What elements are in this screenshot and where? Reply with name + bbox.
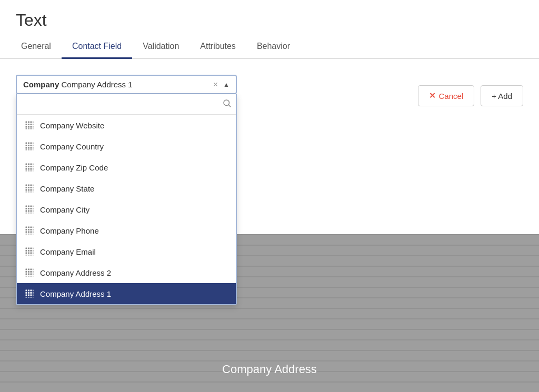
svg-rect-46	[26, 170, 27, 172]
add-button[interactable]: + Add	[481, 85, 523, 106]
tab-contact-field[interactable]: Contact Field	[62, 35, 132, 59]
svg-rect-9	[33, 124, 34, 125]
svg-rect-12	[31, 126, 32, 128]
svg-rect-48	[31, 170, 32, 172]
select-toggle-button[interactable]: ▲	[223, 81, 229, 88]
svg-rect-52	[31, 185, 32, 186]
svg-rect-36	[31, 164, 32, 165]
svg-rect-101	[33, 248, 34, 249]
cancel-button[interactable]: ✕ Cancel	[418, 85, 475, 106]
svg-rect-64	[31, 192, 32, 193]
svg-rect-23	[28, 145, 29, 146]
svg-rect-131	[28, 290, 29, 292]
svg-rect-45	[33, 168, 34, 170]
svg-rect-55	[28, 187, 29, 188]
svg-rect-57	[33, 187, 34, 188]
dropdown-item-company-address-2[interactable]: Company Address 2	[17, 262, 236, 283]
svg-rect-7	[28, 124, 29, 125]
svg-rect-59	[28, 189, 29, 191]
dropdown-item-label: Company Website	[40, 121, 104, 130]
select-clear-button[interactable]: ×	[213, 81, 218, 89]
svg-rect-105	[33, 250, 34, 252]
svg-rect-69	[33, 206, 34, 207]
contact-field-select[interactable]: Company Company Address 1 × ▲	[16, 75, 237, 94]
svg-rect-103	[28, 250, 29, 252]
grid-icon	[24, 267, 35, 278]
svg-rect-116	[31, 269, 32, 270]
svg-rect-139	[28, 295, 29, 296]
svg-rect-37	[33, 164, 34, 165]
grid-icon	[24, 246, 35, 257]
svg-rect-142	[26, 297, 27, 298]
svg-rect-129	[33, 276, 34, 277]
svg-rect-5	[33, 122, 34, 123]
svg-rect-14	[26, 128, 27, 129]
svg-rect-143	[28, 297, 29, 298]
svg-rect-72	[31, 208, 32, 209]
svg-rect-74	[26, 210, 27, 212]
svg-rect-91	[28, 232, 29, 233]
grid-icon	[24, 120, 35, 130]
svg-rect-133	[33, 290, 34, 292]
dropdown-item-company-state[interactable]: Company State	[17, 178, 236, 199]
dropdown-item-label: Company Address 1	[40, 289, 111, 298]
select-trigger[interactable]: Company Company Address 1 × ▲	[16, 75, 237, 94]
svg-rect-83	[28, 227, 29, 228]
svg-rect-11	[28, 126, 29, 128]
dropdown-item-company-website[interactable]: Company Website	[17, 115, 236, 136]
svg-rect-24	[31, 145, 32, 146]
svg-rect-128	[31, 276, 32, 277]
svg-rect-40	[31, 166, 32, 167]
dropdown-item-label: Company Zip Code	[40, 163, 108, 172]
dropdown-item-company-address-1[interactable]: Company Address 1	[17, 283, 236, 304]
svg-rect-22	[26, 145, 27, 146]
dropdown-item-company-zip-code[interactable]: Company Zip Code	[17, 157, 236, 178]
tab-behavior[interactable]: Behavior	[246, 35, 301, 59]
svg-rect-110	[26, 255, 27, 256]
svg-rect-27	[28, 147, 29, 149]
svg-rect-4	[31, 122, 32, 123]
grid-icon	[24, 183, 35, 194]
dropdown-item-company-country[interactable]: Company Country	[17, 136, 236, 157]
svg-rect-26	[26, 147, 27, 149]
select-bold-part: Company	[23, 80, 59, 89]
svg-rect-134	[26, 292, 27, 294]
svg-line-1	[228, 105, 230, 106]
search-box	[17, 94, 236, 115]
svg-rect-50	[26, 185, 27, 186]
svg-point-0	[224, 100, 229, 106]
svg-rect-95	[28, 234, 29, 235]
svg-rect-77	[33, 210, 34, 212]
svg-rect-68	[31, 206, 32, 207]
tab-general[interactable]: General	[11, 35, 62, 59]
svg-rect-135	[28, 292, 29, 294]
svg-rect-86	[26, 229, 27, 230]
svg-rect-60	[31, 189, 32, 191]
dropdown-item-company-city[interactable]: Company City	[17, 199, 236, 220]
svg-rect-33	[33, 149, 34, 150]
svg-rect-73	[33, 208, 34, 209]
tabs-container: General Contact Field Validation Attribu…	[0, 35, 539, 59]
svg-rect-2	[26, 122, 27, 123]
svg-rect-20	[31, 143, 32, 144]
dropdown-item-company-email[interactable]: Company Email	[17, 241, 236, 262]
svg-rect-35	[28, 164, 29, 165]
svg-rect-126	[26, 276, 27, 277]
svg-rect-84	[31, 227, 32, 228]
tab-attributes[interactable]: Attributes	[189, 35, 246, 59]
svg-rect-47	[28, 170, 29, 172]
tab-validation[interactable]: Validation	[132, 35, 189, 59]
svg-rect-42	[26, 168, 27, 170]
svg-rect-28	[31, 147, 32, 149]
svg-rect-88	[31, 229, 32, 230]
svg-rect-18	[26, 143, 27, 144]
svg-rect-63	[28, 192, 29, 193]
svg-rect-17	[33, 128, 34, 129]
dropdown-item-company-phone[interactable]: Company Phone	[17, 220, 236, 241]
svg-rect-141	[33, 295, 34, 296]
svg-rect-123	[28, 274, 29, 275]
svg-rect-92	[31, 232, 32, 233]
svg-rect-125	[33, 274, 34, 275]
dropdown-search-input[interactable]	[21, 99, 222, 109]
svg-rect-67	[28, 206, 29, 207]
